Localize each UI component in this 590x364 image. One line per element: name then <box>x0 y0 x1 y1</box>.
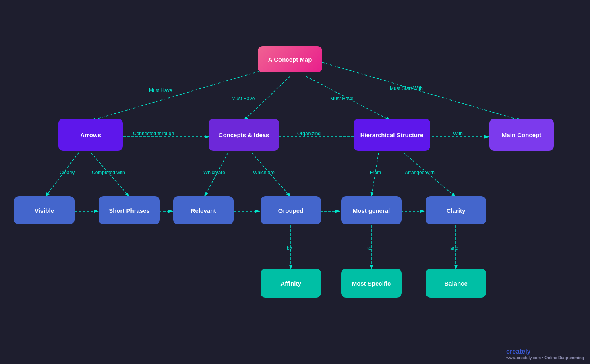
label-arranged-with: Arranged with <box>405 170 435 175</box>
label-must-have-left: Must Have <box>149 88 172 93</box>
label-must-have-right: Must Have <box>330 96 353 101</box>
label-which-are-2: Which are <box>253 170 275 175</box>
node-affinity[interactable]: Affinity <box>261 269 321 298</box>
label-and: and <box>450 245 458 251</box>
label-organizing: Organizing <box>297 131 321 136</box>
node-balance[interactable]: Balance <box>426 269 486 298</box>
svg-line-5 <box>322 62 522 121</box>
label-to: to <box>367 245 371 251</box>
label-connected-through: Connected through <box>133 131 174 136</box>
node-visible[interactable]: Visible <box>14 196 75 224</box>
diagram-container: Must Have Must Have Must Have Must Start… <box>0 0 590 364</box>
brand-url: www.creately.com • Online Diagramming <box>506 356 584 360</box>
node-main-concept[interactable]: Main Concept <box>489 119 554 151</box>
node-relevant[interactable]: Relevant <box>173 196 234 224</box>
label-must-start-with: Must Start With <box>390 86 423 91</box>
label-must-have-mid: Must Have <box>232 96 255 101</box>
node-short-phrases[interactable]: Short Phrases <box>99 196 160 224</box>
label-clearly: Clearly <box>60 170 75 175</box>
node-most-general[interactable]: Most general <box>341 196 402 224</box>
node-concepts-ideas[interactable]: Concepts & Ideas <box>209 119 279 151</box>
brand-name: creately <box>506 348 531 355</box>
node-most-specific[interactable]: Most Specific <box>341 269 402 298</box>
label-from: From <box>370 170 381 175</box>
branding: creately www.creately.com • Online Diagr… <box>506 348 584 360</box>
node-concept-map[interactable]: A Concept Map <box>258 46 322 72</box>
node-grouped[interactable]: Grouped <box>261 196 321 224</box>
node-hierarchical[interactable]: Hierarchical Structure <box>354 119 430 151</box>
node-arrows[interactable]: Arrows <box>58 119 123 151</box>
label-with: With <box>453 131 463 136</box>
node-clarity[interactable]: Clarity <box>426 196 486 224</box>
label-by: by <box>287 245 292 251</box>
label-completed-with: Completed with <box>92 170 125 175</box>
label-which-are-1: Which are <box>203 170 225 175</box>
